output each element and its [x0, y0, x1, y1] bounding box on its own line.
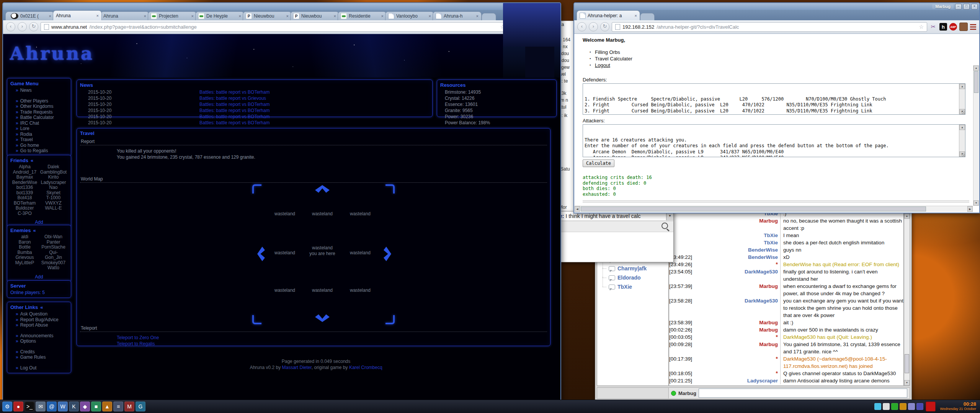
browser-tab[interactable]: Ahruna-helper: a × [577, 10, 640, 20]
enemy-name[interactable]: PornStache [39, 245, 68, 250]
sidebar-menu-item[interactable]: »News [10, 88, 68, 93]
friend-name[interactable]: bot1339 [10, 190, 39, 196]
defenders-scrollbar[interactable]: ▲ ▼ [959, 84, 965, 114]
enemy-name[interactable]: Smokey007 [39, 260, 68, 266]
tab-close-icon[interactable]: × [381, 14, 384, 18]
browser-tab[interactable]: Ahruna × [53, 10, 102, 20]
helper-nav-link[interactable]: Logout [590, 62, 979, 68]
friend-name[interactable]: Alpha [10, 164, 39, 170]
news-link[interactable]: Battles: battle report vs BOTerham [144, 114, 270, 120]
irc-tree-item[interactable]: Eldorado [597, 273, 668, 282]
sidebar-menu-item[interactable]: »Battle Calculator [10, 115, 68, 120]
friend-name[interactable]: VWXYZ [39, 201, 68, 206]
bookmark-star-icon[interactable]: ☆ [919, 24, 924, 30]
h-extension-icon[interactable]: h [939, 23, 947, 31]
tab-close-icon[interactable]: × [239, 14, 241, 18]
scrollbar-thumb[interactable] [581, 206, 926, 211]
enemy-name[interactable]: MyLittleP [10, 260, 39, 266]
tab-close-icon[interactable]: × [144, 14, 146, 18]
irc-nick[interactable]: BenderWise [705, 246, 778, 254]
tab-close-icon[interactable]: × [49, 14, 51, 18]
tab-close-icon[interactable]: × [191, 14, 194, 18]
launcher-icon[interactable]: M [124, 402, 134, 411]
tab-close-icon[interactable]: × [334, 14, 336, 18]
friend-name[interactable]: Baymax [10, 175, 39, 180]
launcher-icon[interactable]: ⚙ [2, 402, 12, 411]
minimize-button[interactable]: – [955, 4, 962, 10]
map-arrow-right-icon[interactable] [384, 247, 391, 261]
browser-tab[interactable]: De Heyple × [195, 11, 244, 20]
scroll-right-arrow-icon[interactable]: ▶ [967, 206, 973, 212]
window-titlebar[interactable]: Marbug – □ × [3, 3, 560, 10]
extension-icon[interactable]: ✂ [929, 23, 937, 31]
irc-message-input[interactable] [699, 389, 907, 398]
sidebar-menu-item[interactable]: »Go home [10, 143, 68, 148]
browser-tab[interactable]: Nieuwbou × [243, 11, 292, 20]
scroll-left-arrow-icon[interactable]: ◀ [575, 206, 580, 212]
news-link[interactable]: Battles: battle report vs Grievous [144, 95, 266, 101]
irc-tree-item[interactable]: Charmy|afk [597, 264, 668, 273]
tab-close-icon[interactable]: × [429, 14, 431, 18]
launcher-icon[interactable]: G [136, 402, 145, 411]
add-friend-link[interactable]: Add [10, 220, 68, 225]
other-link-item[interactable]: »Credits [10, 349, 68, 355]
irc-nick[interactable]: DarkMage530 [705, 297, 778, 319]
news-link[interactable]: Battles: battle report vs BOTerham [144, 101, 270, 107]
attackers-list[interactable]: There are 16 creatures attacking you.Ent… [583, 124, 965, 157]
irc-nick[interactable]: Marbug [705, 217, 778, 232]
friend-name[interactable]: BOTerham [10, 201, 39, 206]
tab-close-icon[interactable]: × [635, 13, 637, 18]
irc-nick[interactable]: Marbug [705, 326, 778, 333]
map-cell[interactable]: wasteland [339, 288, 381, 293]
forward-button[interactable]: › [18, 22, 27, 31]
tab-close-icon[interactable]: × [286, 14, 289, 18]
tray-icon[interactable] [874, 403, 881, 410]
tray-icon[interactable] [883, 403, 890, 410]
map-cell[interactable]: wasteland [264, 211, 306, 217]
map-arrow-up-icon[interactable] [315, 185, 330, 193]
browser-tab[interactable]: Ahruna-h × [433, 11, 482, 20]
helper-nav-link[interactable]: Travel Calculater [590, 55, 979, 62]
window-titlebar[interactable]: Marbug – □ × [574, 3, 979, 10]
other-link-item[interactable]: »Ask Question [10, 311, 68, 317]
map-cell[interactable]: wasteland [339, 211, 381, 217]
news-link[interactable]: Battles: battle report vs BOTerham [144, 120, 270, 126]
collapse-icon[interactable]: « [40, 304, 43, 310]
tray-icon[interactable] [916, 403, 923, 410]
other-link-item[interactable]: »Log Out [10, 365, 68, 371]
scroll-up-arrow-icon[interactable]: ▲ [973, 65, 979, 71]
map-cell[interactable]: wasteland [339, 250, 381, 256]
scroll-up-arrow-icon[interactable]: ▲ [904, 213, 910, 219]
enemy-name[interactable]: Gon_Jin [39, 255, 68, 260]
friend-name[interactable]: Skynet [39, 190, 68, 196]
irc-message-area[interactable]: TbXie :) Marbug no no, because the women… [669, 213, 904, 386]
back-button[interactable]: ‹ [6, 22, 15, 31]
irc-nick[interactable]: * [705, 355, 778, 370]
reload-button[interactable]: ↻ [29, 22, 38, 31]
news-link[interactable]: Battles: battle report vs BOTerham [144, 89, 270, 95]
collapse-icon[interactable]: « [31, 158, 33, 163]
attackers-scrollbar[interactable]: ▲ ▼ [959, 125, 965, 157]
browser-menu-icon[interactable] [970, 24, 976, 30]
browser-tab[interactable]: 0x021E ( × [5, 11, 54, 20]
irc-nick[interactable]: Marbug [705, 341, 778, 355]
reload-button[interactable]: ↻ [600, 22, 609, 31]
browser-tab[interactable]: Ahruna × [100, 11, 149, 20]
friend-name[interactable]: Android_17 [10, 170, 39, 175]
sidebar-menu-item[interactable]: »Other Kingdoms [10, 104, 68, 109]
resize-grip-icon[interactable] [961, 153, 965, 156]
map-cell[interactable]: wasteland [301, 288, 343, 293]
browser-tab[interactable]: Projecten × [148, 11, 197, 20]
friend-name[interactable]: WALL-E [39, 206, 68, 211]
logout-tray-button[interactable] [926, 402, 936, 411]
map-cell[interactable]: wasteland you are here [301, 245, 343, 257]
tab-close-icon[interactable]: × [96, 13, 99, 18]
friend-name[interactable]: Dalek [39, 164, 68, 170]
friend-name[interactable]: GamblingBot [39, 170, 68, 175]
scroll-down-arrow-icon[interactable]: ▼ [904, 380, 910, 385]
enemy-name[interactable]: Qui- [39, 250, 68, 255]
author-link[interactable]: Massart Dieter [282, 365, 311, 370]
sidebar-menu-item[interactable]: »Other Players [10, 98, 68, 104]
media-extension-icon[interactable] [959, 23, 968, 31]
back-button[interactable]: ‹ [577, 22, 586, 31]
